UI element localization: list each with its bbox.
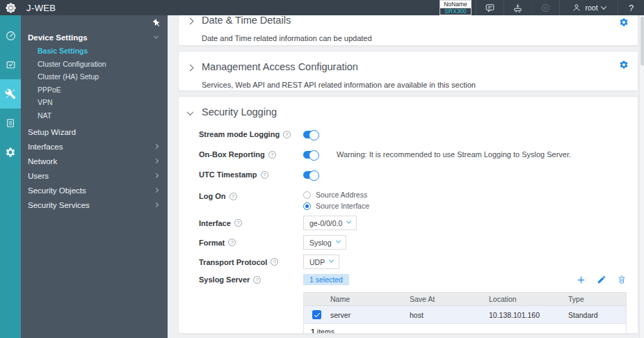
chevron-right-icon[interactable] [188,61,193,73]
chevron-right-icon[interactable] [188,15,193,26]
report-document-icon [5,118,16,129]
sidebar-item-security-services[interactable]: Security Services [21,198,168,212]
section-title[interactable]: Date & Time Details [202,15,291,26]
device-name: NoName [440,1,471,8]
chevron-down-icon [335,239,340,243]
chevron-right-icon [154,159,159,163]
column-header-save-at[interactable]: Save At [408,295,488,303]
chevron-down-icon [154,34,159,39]
pin-sidebar-button[interactable] [152,19,161,28]
radio-icon [303,191,311,199]
selection-count-badge: 1 selected [303,274,349,285]
sidebar-item-vpn[interactable]: VPN [21,96,168,109]
sidebar-nav: Device Settings Basic Settings Cluster C… [21,15,168,338]
rail-item-configure[interactable] [0,79,21,108]
juniper-logo-icon [0,0,21,15]
sidebar-item-cluster-ha-setup[interactable]: Cluster (HA) Setup [21,70,168,83]
chevron-right-icon [154,188,159,193]
field-onbox-reporting: On-Box Reporting ? Warning: It is recomm… [199,150,627,159]
help-icon: ? [629,3,634,13]
section-title[interactable]: Management Access Configuration [202,61,358,72]
help-icon[interactable]: ? [253,276,261,284]
field-label: UTC Timestamp [199,170,257,179]
commit-button[interactable] [504,0,531,15]
field-label: Format [199,239,225,247]
user-menu[interactable]: root [559,0,618,15]
status-circle-icon [540,3,551,13]
sidebar-item-device-settings[interactable]: Device Settings [21,30,168,45]
table-footer: 1 items [304,324,626,334]
field-transport-protocol: Transport Protocol ? UDP [199,255,627,269]
column-header-name[interactable]: Name [329,295,408,303]
field-label: Syslog Server [199,275,250,284]
sidebar-item-security-objects[interactable]: Security Objects [21,183,168,198]
help-icon[interactable]: ? [230,193,237,200]
chevron-down-icon [600,3,606,9]
device-model: SRX300 [440,8,471,15]
items-label: items [317,328,335,334]
section-subtitle: Date and Time related information can be… [202,34,627,42]
format-select[interactable]: Syslog [303,235,346,250]
help-icon[interactable]: ? [271,258,278,266]
interface-select[interactable]: ge-0/0/0.0 [303,216,357,230]
commit-icon [513,3,523,13]
sidebar-item-setup-wizard[interactable]: Setup Wizard [21,124,168,139]
rail-item-dashboard[interactable] [0,21,21,50]
onbox-warning-text: Warning: It is recommended to use Stream… [337,150,571,159]
field-label: On-Box Reporting [199,150,265,159]
section-subtitle: Services, Web API and REST API related i… [202,81,627,89]
radio-checked-icon [303,202,311,210]
sidebar-item-interfaces[interactable]: Interfaces [21,139,168,154]
column-header-location[interactable]: Location [488,295,567,303]
help-icon[interactable]: ? [228,239,236,246]
sidebar-item-nat[interactable]: NAT [21,109,168,122]
field-label: Stream mode Logging [199,130,280,138]
help-button[interactable]: ? [618,0,644,15]
sidebar-item-basic-settings[interactable]: Basic Settings [21,45,168,58]
section-settings-gear-icon[interactable] [619,60,629,70]
sidebar-item-network[interactable]: Network [21,154,168,168]
help-icon[interactable]: ? [261,171,268,179]
rail-item-monitor[interactable] [0,50,21,79]
feedback-icon [485,3,495,13]
edit-syslog-server-button[interactable] [597,275,606,284]
scrollbar-thumb[interactable] [641,17,644,65]
help-icon[interactable]: ? [283,131,291,138]
section-settings-gear-icon[interactable] [619,17,629,27]
device-chip: NoName SRX300 [435,0,476,15]
add-syslog-server-button[interactable] [576,275,586,285]
status-button[interactable] [531,0,559,15]
sidebar-item-pppoe[interactable]: PPPoE [21,83,168,97]
section-security-logging: Security Logging Stream mode Logging ? O… [178,96,638,334]
table-row[interactable]: server host 10.138.101.160 Standard [304,306,626,324]
monitor-check-icon [5,59,17,71]
sidebar-item-users[interactable]: Users [21,168,168,183]
chevron-down-icon [329,258,334,263]
column-header-type[interactable]: Type [567,295,626,303]
field-interface: Interface ? ge-0/0/0.0 [199,216,627,230]
utc-timestamp-toggle[interactable] [303,171,319,179]
rail-item-administration[interactable] [0,138,21,167]
field-label: Log On [199,192,226,200]
field-label: Interface [199,219,231,227]
radio-source-interface[interactable]: Source Interface [303,202,369,210]
user-name: root [585,3,597,12]
help-icon[interactable]: ? [234,219,242,227]
feedback-button[interactable] [476,0,504,15]
vertical-scrollbar[interactable] [639,15,644,338]
help-icon[interactable]: ? [268,151,276,159]
row-checkbox[interactable] [312,310,321,319]
syslog-server-table: Name Save At Location Type server host 1… [303,292,627,334]
delete-syslog-server-button[interactable] [617,275,627,284]
radio-source-address[interactable]: Source Address [303,191,369,199]
section-title[interactable]: Security Logging [202,106,277,118]
app-title: J-WEB [26,3,56,13]
rail-item-reports[interactable] [0,108,21,138]
chevron-down-icon[interactable] [188,106,193,118]
stream-mode-toggle[interactable] [303,131,319,138]
chevron-right-icon [154,144,159,149]
onbox-reporting-toggle[interactable] [303,151,319,159]
cell-save-at: host [408,311,488,319]
transport-protocol-select[interactable]: UDP [303,255,339,269]
sidebar-item-cluster-configuration[interactable]: Cluster Configuration [21,58,168,71]
